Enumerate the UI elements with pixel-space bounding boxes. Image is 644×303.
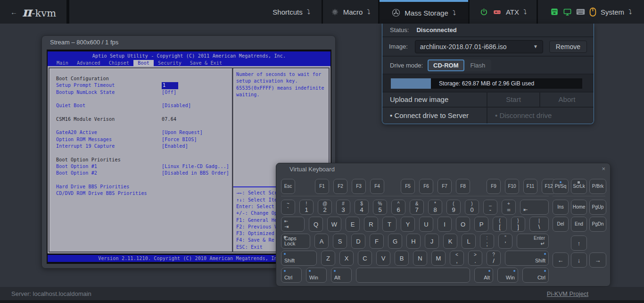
key-arrow-down[interactable]: ↓ [571, 252, 587, 268]
key-6[interactable]: ^6 [391, 200, 405, 215]
key-d[interactable]: D [351, 234, 365, 249]
key-backspace[interactable]: ⇤ [520, 200, 549, 215]
key-9[interactable]: (9 [446, 200, 461, 215]
key-pgup[interactable]: PgUp [589, 200, 606, 215]
key-esc[interactable]: Esc [281, 179, 295, 194]
key-t[interactable]: T [382, 217, 396, 232]
key-2[interactable]: @2 [318, 200, 332, 215]
key-4[interactable]: $4 [355, 200, 369, 215]
key-win-left[interactable]: Win [306, 268, 327, 283]
key-ctrl-left[interactable]: Ctrl [281, 268, 302, 283]
nav-shortcuts[interactable]: Shortcuts ⤵ [261, 0, 322, 24]
key-shift-right[interactable]: Shift [505, 251, 549, 266]
close-icon[interactable]: × [602, 165, 605, 172]
mode-flash-option[interactable]: Flash [464, 59, 492, 71]
key-equal[interactable]: += [502, 200, 516, 215]
pikvm-project-link[interactable]: Pi-KVM Project [547, 290, 588, 297]
key-ctrl-right[interactable]: Ctrl [522, 268, 549, 283]
key-semicolon[interactable]: :; [480, 234, 494, 249]
key-alt-left[interactable]: Alt [331, 268, 352, 283]
key-end[interactable]: End [571, 217, 587, 232]
key-win-right[interactable]: Win [497, 268, 518, 283]
key-backslash[interactable]: |\ [529, 217, 549, 232]
key-f4[interactable]: F4 [370, 179, 384, 194]
key-shift-left[interactable]: Shift [281, 251, 317, 266]
key-delete[interactable]: Del [553, 217, 569, 232]
key-r[interactable]: R [364, 217, 378, 232]
key-minus[interactable]: _- [483, 200, 497, 215]
key-arrow-up[interactable]: ↑ [571, 236, 587, 251]
key-0[interactable]: )0 [465, 200, 479, 215]
key-quote[interactable]: "' [498, 234, 512, 249]
key-f2[interactable]: F2 [333, 179, 347, 194]
key-g[interactable]: G [388, 234, 402, 249]
key-enter[interactable]: Enter↵ [517, 234, 549, 249]
image-select[interactable]: archlinux-2018.07.01-i686.iso ▼ [415, 40, 543, 53]
key-f1[interactable]: F1 [315, 179, 329, 194]
logo[interactable]: ← π-kvm [0, 0, 68, 24]
key-space[interactable] [356, 268, 470, 283]
key-f3[interactable]: F3 [352, 179, 366, 194]
key-p[interactable]: P [474, 217, 488, 232]
key-comma[interactable]: <, [450, 251, 464, 266]
key-scroll-lock[interactable]: ScrLk [571, 179, 587, 194]
nav-atx[interactable]: ATX ⤵ [470, 0, 537, 24]
start-button[interactable]: Start [487, 93, 539, 107]
key-f11[interactable]: F11 [523, 179, 537, 194]
key-f10[interactable]: F10 [505, 179, 519, 194]
key-insert[interactable]: Ins [553, 200, 569, 215]
key-x[interactable]: X [339, 251, 354, 266]
key-f6[interactable]: F6 [419, 179, 433, 194]
key-v[interactable]: V [376, 251, 390, 266]
key-f9[interactable]: F9 [487, 179, 501, 194]
connect-drive-button[interactable]: • Connect drive to Server [382, 108, 487, 124]
key-u[interactable]: U [419, 217, 433, 232]
nav-macro[interactable]: Macro ⤵ [323, 0, 378, 24]
key-backquote[interactable]: ~` [281, 200, 295, 215]
key-e[interactable]: E [346, 217, 360, 232]
key-f5[interactable]: F5 [401, 179, 415, 194]
key-c[interactable]: C [358, 251, 372, 266]
stream-window-titlebar[interactable]: Stream – 800x600 / 1 fps [42, 36, 335, 49]
key-8[interactable]: *8 [428, 200, 442, 215]
nav-mass-storage[interactable]: Mass Storage ⤵ [380, 0, 468, 24]
key-s[interactable]: S [333, 234, 347, 249]
upload-new-image-button[interactable]: Upload new image [382, 93, 487, 107]
key-tab[interactable]: ⇤⇥ [281, 217, 305, 232]
key-3[interactable]: #3 [336, 200, 350, 215]
key-h[interactable]: H [406, 234, 421, 249]
mode-cdrom-option[interactable]: CD-ROM [428, 59, 464, 71]
abort-button[interactable]: Abort [539, 93, 594, 107]
key-home[interactable]: Home [571, 200, 587, 215]
key-k[interactable]: K [443, 234, 457, 249]
key-f8[interactable]: F8 [456, 179, 470, 194]
key-n[interactable]: N [413, 251, 427, 266]
key-b[interactable]: B [395, 251, 409, 266]
key-print-screen[interactable]: Pt/Sq [553, 179, 569, 194]
key-period[interactable]: >. [468, 251, 482, 266]
key-capslock[interactable]: Caps Lock [281, 234, 310, 249]
key-a[interactable]: A [314, 234, 329, 249]
disconnect-drive-button[interactable]: • Disconnect drive [487, 108, 594, 124]
nav-system[interactable]: System ⤵ [538, 0, 644, 24]
key-y[interactable]: Y [401, 217, 415, 232]
key-7[interactable]: &7 [410, 200, 424, 215]
remove-button[interactable]: Remove [549, 41, 587, 53]
key-z[interactable]: Z [321, 251, 335, 266]
back-arrow-icon[interactable]: ← [10, 8, 17, 16]
key-pause-break[interactable]: P/Brk [589, 179, 606, 194]
key-arrow-left[interactable]: ← [553, 252, 569, 268]
key-alt-right[interactable]: Alt [474, 268, 493, 283]
key-j[interactable]: J [425, 234, 439, 249]
key-bracket-left[interactable]: {[ [493, 217, 507, 232]
key-q[interactable]: Q [309, 217, 323, 232]
key-f[interactable]: F [370, 234, 384, 249]
key-5[interactable]: %5 [373, 200, 387, 215]
key-bracket-right[interactable]: }] [511, 217, 525, 232]
key-m[interactable]: M [431, 251, 446, 266]
key-f7[interactable]: F7 [438, 179, 452, 194]
key-l[interactable]: L [462, 234, 476, 249]
key-slash[interactable]: ?/ [487, 251, 501, 266]
key-arrow-right[interactable]: → [589, 252, 606, 268]
virtual-keyboard-titlebar[interactable]: Virtual Keyboard [276, 163, 610, 173]
